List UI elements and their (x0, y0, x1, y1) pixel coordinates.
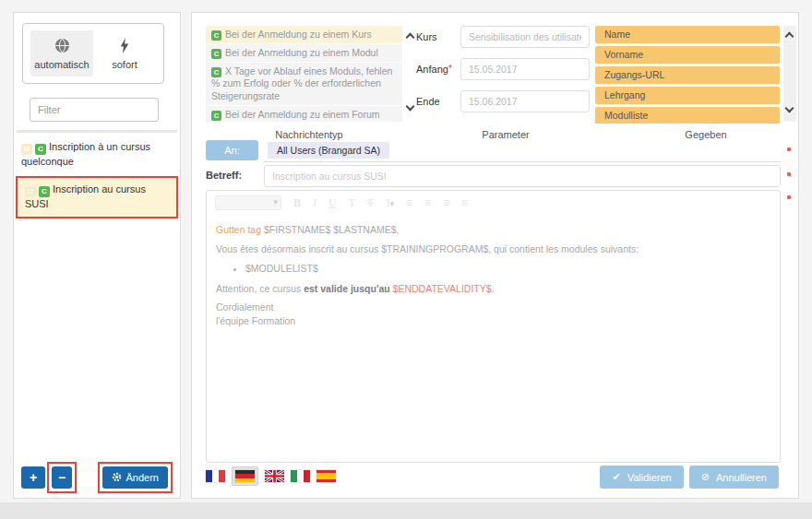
check-icon: ✔ (612, 471, 620, 483)
user-badge: U (21, 144, 32, 155)
italy-flag-icon (291, 470, 310, 482)
validate-label: Validieren (627, 472, 672, 483)
annotation-box-selected-item: UCInscription au cursus SUSI (16, 176, 178, 218)
add-button[interactable]: + (21, 466, 45, 489)
list-icon[interactable]: ≡ (461, 196, 468, 209)
required-asterisk: * (448, 64, 452, 74)
course-badge: C (211, 30, 221, 41)
chevron-down-icon[interactable] (785, 104, 794, 113)
signature: Cordialementl'équipe Formation (216, 301, 770, 328)
chevron-up-icon[interactable] (406, 33, 415, 42)
mode-toggle: automatisch sofort (22, 23, 164, 84)
recipient-field[interactable]: All Users (Brangard SA) (264, 138, 781, 162)
action-buttons: ✔ Validieren ⊘ Annullieren (600, 466, 779, 489)
type-item-label: Bei der Anmeldung zu einem Modul (225, 47, 378, 58)
language-german[interactable] (232, 466, 258, 486)
course-badge: C (35, 144, 46, 155)
required-marker-dot (787, 195, 791, 199)
template-list: UCInscription à un cursus quelconque UCI… (14, 136, 180, 218)
mode-label: automatisch (34, 59, 89, 70)
validate-button[interactable]: ✔ Validieren (600, 466, 683, 489)
sidebar-panel: automatisch sofort UCInscription à un cu… (13, 12, 181, 499)
remove-button[interactable]: − (52, 466, 72, 489)
annotation-box-change: Ändern (98, 462, 173, 493)
cancel-label: Annullieren (716, 472, 767, 483)
language-spanish[interactable] (316, 470, 336, 482)
align-center-icon[interactable]: ≡ (424, 196, 431, 209)
body-paragraph: Vous êtes désormais inscrit au cursus $T… (216, 242, 770, 256)
sidebar-actions: + − Ändern (21, 462, 173, 493)
subject-label: Betreff: (206, 170, 242, 181)
strikethrough-button[interactable]: T (367, 196, 374, 210)
germany-flag-icon (235, 470, 255, 482)
lightning-icon (119, 38, 130, 55)
notification-type-list: CBei der Anmeldung zu einem Kurs CBei de… (206, 26, 416, 122)
main-panel: CBei der Anmeldung zu einem Kurs CBei de… (191, 12, 799, 499)
france-flag-icon (206, 470, 225, 482)
chevron-down-icon: ▾ (389, 199, 394, 208)
ende-label: Ende (416, 96, 440, 107)
chevron-down-icon[interactable] (406, 102, 415, 112)
align-right-icon[interactable]: ≡ (443, 196, 449, 209)
course-badge: C (39, 186, 50, 197)
param-chip-zugangs-url[interactable]: Zugangs-URL (595, 66, 780, 84)
bold-button[interactable]: B (293, 196, 301, 210)
required-marker-dot (787, 172, 791, 176)
recipient-chip[interactable]: All Users (Brangard SA) (268, 142, 389, 159)
spain-flag-icon (316, 470, 336, 482)
warning-line: Attention, ce cursus est valide jusqu'au… (216, 282, 770, 296)
chevron-down-icon: ▾ (273, 197, 278, 206)
gear-icon (112, 472, 122, 484)
change-button-label: Ändern (126, 472, 159, 483)
recipient-button[interactable]: An: (206, 140, 258, 160)
mode-automatisch[interactable]: automatisch (30, 30, 93, 77)
anfang-input[interactable] (460, 58, 590, 80)
font-select[interactable]: ▾ (215, 195, 281, 210)
course-badge: C (211, 111, 221, 121)
list-item-cursus-quelconque[interactable]: UCInscription à un cursus quelconque (14, 136, 180, 173)
type-item[interactable]: CX Tage vor Ablauf eines Moduls, fehlen … (206, 63, 402, 104)
language-italian[interactable] (291, 470, 310, 482)
module-list-item: $MODULELIST$ (245, 262, 770, 277)
scrollbar[interactable] (783, 26, 796, 122)
editor-toolbar: ▾ B I U T T I▾ ≡ ≡ ≡ ≡ (207, 191, 780, 215)
cancel-icon: ⊘ (701, 471, 710, 483)
list-item-cursus-susi[interactable]: UCInscription au cursus SUSI (18, 178, 176, 216)
chevron-up-icon[interactable] (785, 32, 794, 41)
change-button[interactable]: Ändern (102, 466, 168, 489)
underline-button[interactable]: U (328, 196, 337, 210)
divider (17, 130, 177, 133)
type-item-label: Bei der Anmeldung zu einem Forum (225, 109, 380, 120)
param-chip-vorname[interactable]: Vorname (595, 46, 780, 64)
anfang-label: Anfang* (416, 64, 452, 75)
mode-sofort[interactable]: sofort (93, 30, 156, 77)
subject-input[interactable] (264, 165, 781, 187)
param-chip-lehrgang[interactable]: Lehrgang (595, 87, 780, 104)
param-chip-modulliste[interactable]: Modulliste (595, 107, 780, 124)
font-size-button[interactable]: T (349, 196, 355, 210)
message-editor: ▾ B I U T T I▾ ≡ ≡ ≡ ≡ Gutten tag $FIRST… (206, 190, 781, 463)
module-list: $MODULELIST$ (216, 262, 770, 277)
align-left-icon[interactable]: ≡ (406, 196, 412, 209)
required-marker-dot (787, 147, 791, 151)
kurs-label: Kurs (416, 31, 437, 42)
message-body[interactable]: Gutten tag $FIRSTNAME$ $LASTNAME$, Vous … (207, 215, 780, 342)
given-parameter-list: Name Vorname Zugangs-URL Lehrgang Modull… (595, 26, 780, 124)
greeting-line: Gutten tag $FIRSTNAME$ $LASTNAME$, (216, 223, 770, 237)
type-item[interactable]: CBei der Anmeldung zu einem Modul (206, 44, 402, 62)
user-badge: U (25, 186, 36, 197)
type-item[interactable]: CBei der Anmeldung zu einem Forum (206, 106, 402, 122)
kurs-input[interactable] (460, 26, 590, 48)
type-item[interactable]: CBei der Anmeldung zu einem Kurs (206, 26, 402, 43)
language-french[interactable] (206, 470, 225, 482)
filter-input[interactable] (30, 98, 159, 122)
param-chip-name[interactable]: Name (595, 26, 780, 43)
language-switcher (206, 466, 336, 486)
uk-flag-icon (265, 470, 284, 482)
text-color-button[interactable]: I▾ (386, 196, 394, 210)
language-english[interactable] (265, 470, 284, 482)
italic-button[interactable]: I (313, 196, 316, 210)
cancel-button[interactable]: ⊘ Annullieren (689, 466, 779, 489)
annotation-box-remove: − (47, 462, 77, 493)
ende-input[interactable] (460, 90, 590, 112)
